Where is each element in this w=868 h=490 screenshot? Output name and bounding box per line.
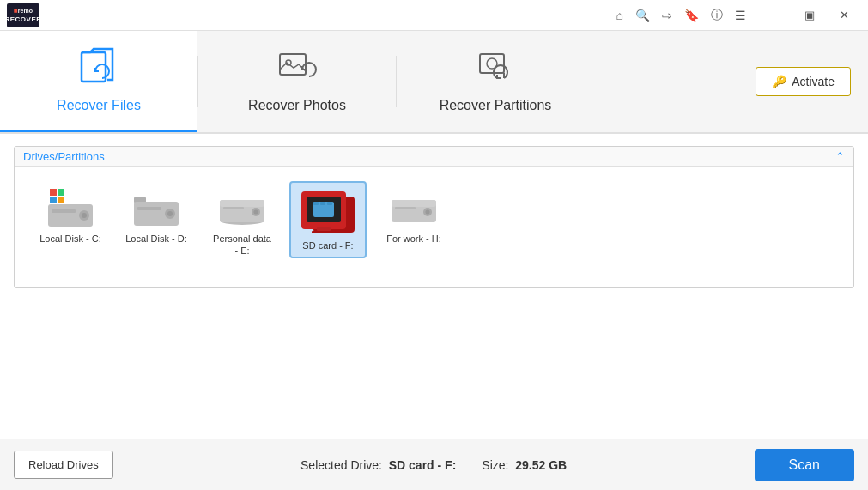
drive-sd-f-label: SD card - F:: [302, 239, 353, 251]
svg-rect-13: [52, 209, 76, 213]
selected-drive-label: Selected Drive: SD card - F:: [300, 458, 456, 472]
drives-content: Local Disk - C: Local Disk - D:: [15, 167, 853, 287]
drive-work-h[interactable]: For work - H:: [375, 181, 452, 251]
svg-rect-6: [50, 189, 57, 196]
collapse-icon[interactable]: ⌃: [835, 150, 845, 163]
drives-header: Drives/Partitions ⌃: [15, 147, 853, 167]
close-button[interactable]: ✕: [827, 3, 861, 27]
home-icon[interactable]: ⌂: [616, 9, 623, 22]
size-info: Size: 29.52 GB: [482, 458, 567, 472]
bottom-info: Selected Drive: SD card - F: Size: 29.52…: [131, 458, 737, 472]
svg-rect-0: [82, 52, 106, 82]
drive-local-d[interactable]: Local Disk - D:: [118, 181, 195, 251]
svg-rect-21: [220, 200, 264, 207]
svg-rect-30: [320, 202, 325, 205]
window-controls: − ▣ ✕: [758, 3, 861, 27]
svg-rect-33: [312, 231, 336, 233]
svg-point-23: [254, 210, 258, 215]
menu-icon[interactable]: ☰: [735, 9, 746, 22]
svg-point-12: [82, 213, 87, 218]
drive-personal-e[interactable]: Personal data - E:: [203, 181, 281, 264]
svg-rect-35: [392, 200, 436, 207]
svg-rect-3: [480, 54, 504, 73]
svg-rect-38: [395, 207, 416, 209]
svg-rect-9: [58, 197, 64, 203]
minimize-button[interactable]: −: [758, 3, 792, 27]
drives-section-title: Drives/Partitions: [23, 150, 105, 163]
drive-local-d-label: Local Disk - D:: [125, 233, 187, 245]
drive-personal-e-label: Personal data - E:: [210, 233, 274, 257]
svg-rect-29: [313, 202, 319, 205]
tabbar: Recover Files Recover Photos: [0, 31, 868, 134]
help-icon[interactable]: ⓘ: [711, 8, 723, 23]
tab-recover-photos-label: Recover Photos: [248, 98, 346, 113]
selected-drive-value: SD card - F:: [389, 458, 457, 472]
bottombar: Reload Drives Selected Drive: SD card - …: [0, 439, 868, 490]
drive-local-c-icon: [46, 188, 94, 229]
svg-rect-8: [50, 197, 57, 203]
svg-point-17: [167, 211, 173, 216]
drive-sd-f[interactable]: SD card - F:: [289, 181, 367, 258]
activate-button[interactable]: 🔑 Activate: [756, 67, 851, 96]
tab-recover-files-label: Recover Files: [57, 98, 141, 113]
svg-rect-31: [327, 202, 332, 205]
tab-recover-photos[interactable]: Recover Photos: [198, 31, 396, 132]
drive-local-c-label: Local Disk - C:: [39, 233, 101, 245]
recover-photos-icon: [276, 47, 318, 93]
recover-files-icon: [78, 47, 119, 93]
bookmark-icon[interactable]: 🔖: [684, 9, 699, 22]
drive-personal-e-icon: [218, 188, 266, 229]
drive-sd-f-icon: [298, 188, 358, 236]
svg-rect-18: [137, 207, 161, 210]
titlebar-left: ■remo RECOVER: [7, 3, 39, 27]
svg-rect-1: [280, 54, 306, 75]
tab-recover-files[interactable]: Recover Files: [0, 31, 197, 132]
maximize-button[interactable]: ▣: [792, 3, 827, 27]
drives-section: Drives/Partitions ⌃: [14, 146, 854, 288]
tab-recover-partitions[interactable]: Recover Partitions: [397, 31, 594, 132]
svg-rect-32: [317, 227, 331, 231]
search-icon[interactable]: 🔍: [635, 9, 650, 22]
drive-work-h-label: For work - H:: [386, 233, 441, 245]
app-logo: ■remo RECOVER: [7, 3, 39, 27]
size-value: 29.52 GB: [515, 458, 567, 472]
svg-rect-7: [58, 189, 64, 196]
app-window: ■remo RECOVER ⌂ 🔍 ⇨ 🔖 ⓘ ☰ − ▣ ✕: [0, 0, 868, 490]
titlebar-nav-icons: ⌂ 🔍 ⇨ 🔖 ⓘ ☰ − ▣ ✕: [616, 3, 861, 27]
drive-local-d-icon: [132, 188, 180, 229]
scan-button[interactable]: Scan: [755, 449, 854, 481]
reload-drives-button[interactable]: Reload Drives: [14, 451, 113, 479]
tab-recover-partitions-label: Recover Partitions: [440, 98, 552, 113]
drive-work-h-icon: [390, 188, 438, 229]
content-area: Drives/Partitions ⌃: [0, 134, 868, 490]
svg-point-37: [426, 210, 430, 215]
key-icon: 🔑: [772, 75, 786, 88]
svg-rect-24: [223, 207, 244, 209]
share-icon[interactable]: ⇨: [662, 9, 672, 22]
recover-partitions-icon: [475, 47, 516, 93]
titlebar: ■remo RECOVER ⌂ 🔍 ⇨ 🔖 ⓘ ☰ − ▣ ✕: [0, 0, 868, 31]
drive-local-c[interactable]: Local Disk - C:: [32, 181, 109, 251]
